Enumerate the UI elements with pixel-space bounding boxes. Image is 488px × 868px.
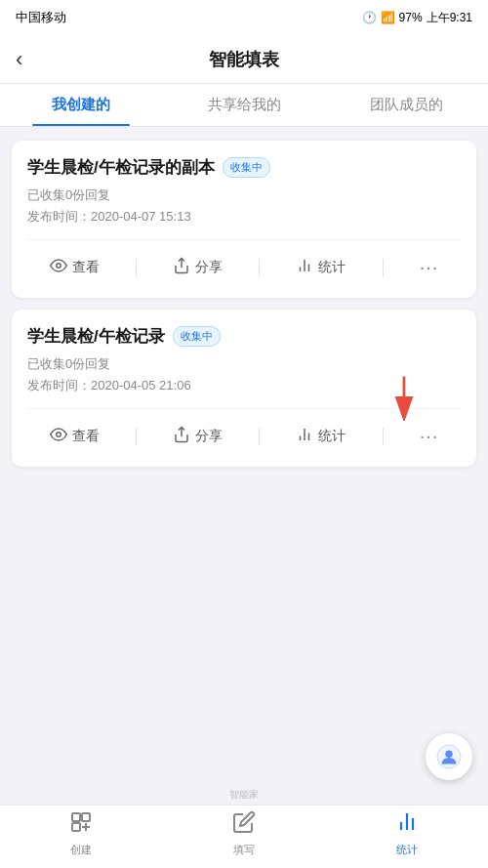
fill-icon xyxy=(232,810,256,840)
card2-meta2: 发布时间：2020-04-05 21:06 xyxy=(27,375,461,396)
card2-view-button[interactable]: 查看 xyxy=(42,422,107,451)
nav-create[interactable]: 创建 xyxy=(0,810,163,857)
battery-label: 97% xyxy=(399,11,423,24)
card1-meta2: 发布时间：2020-04-07 15:13 xyxy=(27,206,461,227)
more-dots-icon-2: ··· xyxy=(420,425,439,447)
header: ‹ 智能填表 xyxy=(0,35,488,84)
signal-icon: 📶 xyxy=(381,11,395,24)
divider2 xyxy=(259,259,260,276)
card1-more-button[interactable]: ··· xyxy=(412,252,447,282)
divider4 xyxy=(136,428,137,445)
stats-label: 统计 xyxy=(396,843,418,857)
card1-view-button[interactable]: 查看 xyxy=(42,253,107,282)
form-card-2: 学生晨检/午检记录 收集中 已收集0份回复 发布时间：2020-04-05 21… xyxy=(12,310,476,467)
card1-share-button[interactable]: 分享 xyxy=(165,253,230,282)
card2-stats-button[interactable]: 统计 xyxy=(288,422,353,451)
time-label: 上午9:31 xyxy=(427,10,472,26)
card1-divider xyxy=(27,239,461,240)
stats-nav-icon xyxy=(395,810,419,840)
divider3 xyxy=(383,259,384,276)
card2-share-button[interactable]: 分享 xyxy=(165,422,230,451)
carrier-label: 中国移动 xyxy=(16,9,66,26)
tab-bar: 我创建的 共享给我的 团队成员的 xyxy=(0,84,488,127)
card2-title-row: 学生晨检/午检记录 收集中 xyxy=(27,325,461,348)
back-button[interactable]: ‹ xyxy=(16,47,22,72)
card2-actions: 查看 分享 xyxy=(27,421,461,451)
card1-meta1: 已收集0份回复 xyxy=(27,185,461,206)
fill-label: 填写 xyxy=(233,843,255,857)
eye-icon xyxy=(50,257,67,278)
card2-meta1: 已收集0份回复 xyxy=(27,353,461,375)
card1-title: 学生晨检/午检记录的副本 xyxy=(27,156,215,179)
svg-point-0 xyxy=(56,263,61,268)
bottom-nav: 创建 填写 统计 xyxy=(0,805,488,868)
page-title: 智能填表 xyxy=(209,48,279,71)
card2-divider xyxy=(27,408,461,409)
card2-title: 学生晨检/午检记录 xyxy=(27,325,165,348)
eye-icon-2 xyxy=(50,426,67,447)
status-right: 🕐 📶 97% 上午9:31 xyxy=(362,10,472,26)
share-icon-2 xyxy=(173,426,190,447)
nav-stats[interactable]: 统计 xyxy=(325,810,488,857)
main-content: 学生晨检/午检记录的副本 收集中 已收集0份回复 发布时间：2020-04-07… xyxy=(0,127,488,803)
tab-shared-to-me[interactable]: 共享给我的 xyxy=(163,84,326,126)
divider5 xyxy=(259,428,260,445)
bar-chart-icon-2 xyxy=(296,426,313,447)
svg-rect-15 xyxy=(82,813,90,821)
bar-chart-icon xyxy=(296,257,313,278)
card1-title-row: 学生晨检/午检记录的副本 收集中 xyxy=(27,156,461,179)
tab-team-members[interactable]: 团队成员的 xyxy=(325,84,488,126)
svg-point-7 xyxy=(56,433,61,437)
svg-rect-16 xyxy=(72,823,80,831)
more-dots-icon: ··· xyxy=(420,256,439,278)
share-icon xyxy=(173,257,190,278)
nav-fill[interactable]: 填写 xyxy=(163,810,326,857)
card1-stats-button[interactable]: 统计 xyxy=(288,253,353,282)
svg-point-13 xyxy=(445,751,452,758)
card2-more-button[interactable]: ··· xyxy=(412,421,447,451)
card2-badge: 收集中 xyxy=(173,326,221,347)
create-icon xyxy=(69,810,93,840)
form-card-1: 学生晨检/午检记录的副本 收集中 已收集0份回复 发布时间：2020-04-07… xyxy=(12,141,476,298)
svg-rect-14 xyxy=(72,813,80,821)
divider1 xyxy=(136,259,137,276)
status-bar: 中国移动 🕐 📶 97% 上午9:31 xyxy=(0,0,488,35)
clock-icon: 🕐 xyxy=(362,11,377,24)
create-label: 创建 xyxy=(70,843,92,857)
customer-service-button[interactable] xyxy=(426,733,472,780)
tab-my-created[interactable]: 我创建的 xyxy=(0,84,163,126)
card1-badge: 收集中 xyxy=(223,157,270,178)
divider6 xyxy=(383,428,384,445)
card1-actions: 查看 分享 xyxy=(27,252,461,282)
